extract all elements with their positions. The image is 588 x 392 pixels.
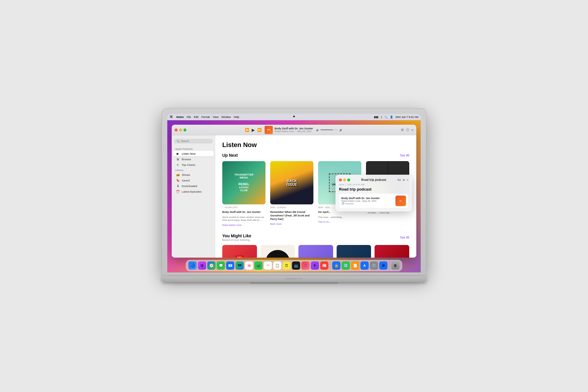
yml-cover-shattered: SHATTERED HOPE, HEARTBREAK &THE NEW YORK… xyxy=(375,245,409,258)
notif-more-icon[interactable]: » xyxy=(407,178,408,181)
sidebar-item-browse[interactable]: ⊞ Browse xyxy=(173,156,214,162)
list-icon[interactable]: ≡ xyxy=(412,128,413,132)
sidebar-item-saved[interactable]: 🔖 Saved xyxy=(173,178,214,183)
dock-pages[interactable]: 📄 xyxy=(351,261,359,270)
dock-maps[interactable]: 🗺 xyxy=(235,261,244,270)
notif-podcast-show: Rebel Eaters Club · May 26, 2021 xyxy=(341,200,393,202)
dock-safari[interactable]: 🧭 xyxy=(207,261,216,270)
volume-down-icon[interactable]: 🔈 xyxy=(316,129,319,131)
notif-podcast-source: 🎵 Podcasts xyxy=(341,202,393,205)
podcast-source-3[interactable]: This Is Un... xyxy=(318,221,361,223)
apple-logo-icon[interactable]: ⌘ xyxy=(170,115,173,119)
menubar-app-name[interactable]: Notes xyxy=(176,116,184,119)
podcast-cover-backissue: BACKISSUE xyxy=(270,161,313,204)
yml-card-midnight[interactable]: A Luminary Original Podcast The Midnight… xyxy=(337,245,371,258)
now-playing-title: Body Stuff with Dr. Jen Gunter xyxy=(275,127,313,130)
dock-trash[interactable]: 🗑 xyxy=(391,261,400,270)
dock-screentime[interactable]: 🖥 xyxy=(379,261,387,270)
dock-settings[interactable]: ⚙️ xyxy=(370,261,378,270)
podcast-card-1[interactable]: TRANSMITTERMEDIA Rebel Eaters Club ··· 5… xyxy=(222,161,265,226)
podcast-badge-2: NEW · SUNDAY xyxy=(270,206,313,209)
up-next-label: Up Next xyxy=(222,153,238,158)
dock-appletv[interactable]: 📺 xyxy=(292,261,300,270)
dock-calendar[interactable]: 7 xyxy=(264,261,272,270)
close-button[interactable] xyxy=(175,129,178,131)
you-might-like-grid: TED HOW TOBE ABETTER I SPY xyxy=(222,245,409,258)
dock-mail[interactable]: 📧 xyxy=(226,261,234,270)
dock-facetime[interactable]: 📹 xyxy=(254,261,263,270)
podcast-text: Body Stuff with Dr. Jen Gunter Rebel Eat… xyxy=(275,127,313,133)
sidebar-item-latest-episodes[interactable]: ⏰ Latest Episodes xyxy=(173,189,214,194)
yml-card-ispy[interactable]: I SPY xyxy=(260,245,295,258)
sidebar-item-listen-now[interactable]: ▶ Listen Now xyxy=(173,151,214,156)
sidebar-item-downloaded[interactable]: ⬇ Downloaded xyxy=(173,183,214,189)
podcast-source-2[interactable]: Back Issue xyxy=(270,223,313,225)
notif-share-icon[interactable]: ⊕ xyxy=(402,178,405,181)
see-all-2-link[interactable]: See All xyxy=(400,236,409,239)
sidebar-item-shows[interactable]: 📻 Shows xyxy=(173,172,214,178)
macbook: ⌘ Notes File Edit Format View Window Hel… xyxy=(162,108,426,284)
listen-now-icon: ▶ xyxy=(176,152,180,155)
podcast-thumbnail: REC xyxy=(265,126,273,134)
dock-notes[interactable]: 🗒 xyxy=(283,261,291,270)
titlebar: ⏪ ▶ ⏩ REC Body Stuff with Dr. Jen xyxy=(172,125,416,135)
menubar-edit[interactable]: Edit xyxy=(194,116,199,119)
menubar-file[interactable]: File xyxy=(187,116,191,119)
notif-max-dot[interactable] xyxy=(347,179,350,181)
yml-card-shattered[interactable]: SHATTERED HOPE, HEARTBREAK &THE NEW YORK… xyxy=(375,245,409,258)
notif-font-btn[interactable]: Aa xyxy=(397,178,401,181)
sidebar-item-top-charts[interactable]: ≡ Top Charts xyxy=(173,162,214,168)
podcast-title-2: Remember When We Found Ourselves? (Feat.… xyxy=(270,211,313,221)
dock-keychain[interactable]: 🔒 xyxy=(332,261,340,270)
sidebar-label-latest-episodes: Latest Episodes xyxy=(182,190,202,193)
notif-min-dot[interactable] xyxy=(343,179,346,181)
maximize-button[interactable] xyxy=(183,129,186,131)
podcast-source-1[interactable]: Rebel Eaters Club xyxy=(222,224,265,226)
notif-podcast-thumb: REC xyxy=(395,196,406,206)
shows-icon: 📻 xyxy=(176,173,180,176)
you-might-like-header: You Might Like Based on your listening. … xyxy=(222,233,409,241)
search-menu-icon[interactable]: 🔍 xyxy=(384,116,387,119)
notif-titlebar: Road trip podcast Aa ⊕ » xyxy=(339,178,408,181)
cover-backissue-text: BACKISSUE xyxy=(286,179,297,186)
info-icon[interactable]: ⓘ xyxy=(406,128,409,132)
dock-photos[interactable]: 🌸 xyxy=(245,261,253,270)
notif-podcast-row[interactable]: Body Stuff with Dr. Jen Gunter Rebel Eat… xyxy=(339,194,408,208)
airplay-icon[interactable]: ⊞ xyxy=(401,128,404,132)
fast-forward-button[interactable]: ⏩ xyxy=(257,128,262,132)
dock-music[interactable]: 🎵 xyxy=(301,261,310,270)
rewind-button[interactable]: ⏪ xyxy=(245,128,249,132)
dock-reminders[interactable]: 📋 xyxy=(273,261,281,270)
menubar-help[interactable]: Help xyxy=(234,116,239,119)
volume-up-icon[interactable]: 🔊 xyxy=(339,129,343,131)
dock-numbers[interactable]: 🔢 xyxy=(342,261,350,270)
search-input[interactable] xyxy=(181,140,210,143)
notif-podcast-info: Body Stuff with Dr. Jen Gunter Rebel Eat… xyxy=(341,197,393,205)
yml-cover-midnight: A Luminary Original Podcast The Midnight… xyxy=(337,245,371,258)
dock-podcasts[interactable]: 🎙 xyxy=(311,261,319,270)
menubar-window[interactable]: Window xyxy=(221,116,231,119)
podcast-desc-3: This seas... wrenching... xyxy=(318,216,361,219)
podcast-desc-4: ...d mean ..., Vox's dai... xyxy=(366,211,409,214)
minimize-button[interactable] xyxy=(179,129,182,131)
macbook-bottom xyxy=(167,272,421,276)
yml-card-ted[interactable]: TED HOW TOBE ABETTER xyxy=(222,245,257,258)
notif-title: Road trip podcast xyxy=(361,178,386,181)
podcast-card-2[interactable]: BACKISSUE NEW · SUNDAY Remember When We … xyxy=(270,161,313,226)
wifi-icon: ⌋ xyxy=(381,116,382,119)
volume-slider[interactable] xyxy=(320,129,338,130)
yml-cover-ispy: I SPY xyxy=(260,245,295,258)
latest-episodes-icon: ⏰ xyxy=(176,190,180,193)
play-button[interactable]: ▶ xyxy=(252,128,255,132)
see-all-1-link[interactable]: See All xyxy=(400,154,409,157)
notif-close-dot[interactable] xyxy=(339,179,342,181)
dock-messages[interactable]: 💬 xyxy=(217,261,225,270)
dock-appstore[interactable]: A xyxy=(360,261,369,270)
menubar-view[interactable]: View xyxy=(213,116,218,119)
dock-news[interactable]: 📰 xyxy=(320,261,328,270)
yml-card-wrong[interactable]: YOU'REWRONGABOUT xyxy=(298,245,333,258)
dock-launchpad[interactable]: ⊞ xyxy=(198,261,206,270)
search-bar[interactable]: 🔍 xyxy=(174,139,213,144)
dock-finder[interactable]: 🔵 xyxy=(188,261,197,270)
menubar-format[interactable]: Format xyxy=(201,116,210,119)
